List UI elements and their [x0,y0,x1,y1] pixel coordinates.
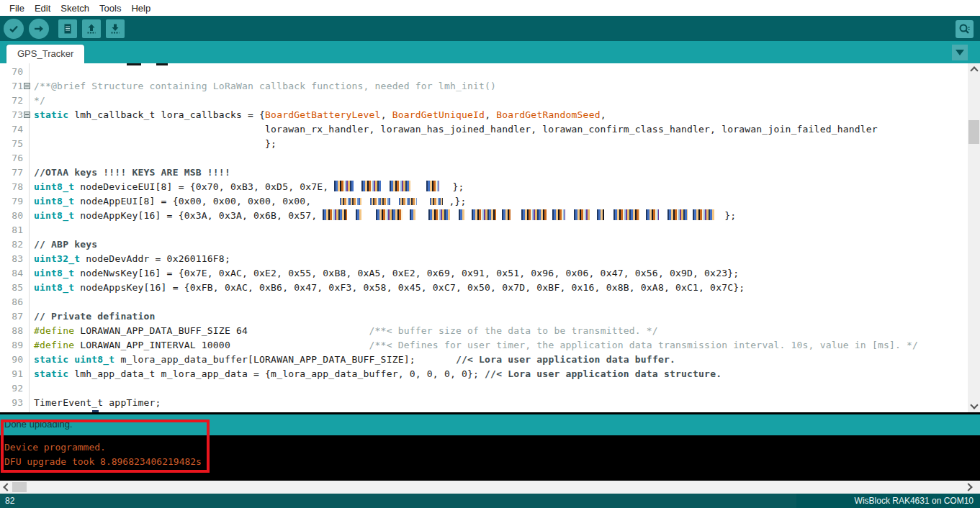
board-port-indicator: WisBlock RAK4631 on COM10 [855,494,974,508]
line-number: 92 [0,381,29,396]
tab-menu-button[interactable] [952,45,968,60]
code-line[interactable]: 70 [0,65,968,79]
code-token: }; [446,181,464,192]
code-line[interactable]: 83uint32_t nodeDevAddr = 0x260116F8; [0,252,968,266]
code-token: , [601,109,606,120]
code-editor[interactable]: 7071/**@brief Structure containing LoRaW… [0,63,968,412]
console-status-bar: Done uploading. [0,414,980,435]
code-text: #define LORAWAN_APP_DATA_BUFF_SIZE 64 /*… [29,324,658,338]
line-number: 91 [0,367,29,381]
clipped-line-fragment [156,63,168,65]
code-text: uint8_t nodeAppsKey[16] = {0xFB, 0xAC, 0… [29,281,745,295]
code-line[interactable]: 93TimerEvent_t appTimer; [0,396,968,410]
code-line[interactable]: 91static lmh_app_data_t m_lora_app_data … [0,367,968,381]
code-line[interactable]: 71/**@brief Structure containing LoRaWan… [0,79,968,94]
redacted-hex-block [459,209,464,220]
redacted-hex-block [390,181,410,191]
line-number: 90 [0,353,29,367]
code-text [29,65,34,79]
code-text: TimerEvent_t appTimer; [29,396,161,410]
code-token: TimerEvent_t appTimer; [34,397,161,408]
code-token: }; [34,138,277,149]
code-line[interactable]: 86 [0,295,968,309]
vertical-scrollbar-thumb[interactable] [968,120,979,144]
chevron-left-icon [3,483,11,491]
code-token: //OTAA keys !!!! KEYS ARE MSB !!!! [34,167,230,178]
code-line[interactable]: 85uint8_t nodeAppsKey[16] = {0xFB, 0xAC,… [0,281,968,295]
code-token: nodeDevAddr = 0x260116F8; [80,253,230,264]
redacted-hex-block [334,181,354,191]
code-line[interactable]: 72*/ [0,94,968,108]
code-line[interactable]: 81 [0,223,968,237]
code-text [29,151,34,165]
code-token: /**< buffer size of the data to be trans… [369,325,658,336]
menu-file[interactable]: File [4,3,30,14]
console-message: DFU upgrade took 8.896823406219482s [4,455,980,469]
scroll-up-button[interactable] [968,63,980,76]
code-line[interactable]: 89#define LORAWAN_APP_INTERVAL 10000 /**… [0,338,968,353]
code-token: uint8_t [74,354,114,365]
save-button[interactable] [106,19,125,38]
horizontal-scrollbar-thumb[interactable] [12,482,27,492]
code-line[interactable]: 77//OTAA keys !!!! KEYS ARE MSB !!!! [0,165,968,180]
menu-sketch[interactable]: Sketch [55,3,94,14]
code-line[interactable]: 80uint8_t nodeAppKey[16] = {0x3A, 0x3A, … [0,209,968,223]
code-text: static lmh_app_data_t m_lora_app_data = … [29,367,721,381]
magnifier-icon [958,23,971,35]
scroll-down-button[interactable] [968,400,980,412]
code-text: static lmh_callback_t lora_callbacks = {… [29,108,606,122]
open-button[interactable] [82,19,101,38]
redacted-hex-block [574,209,590,220]
fold-marker-icon[interactable] [24,112,30,118]
tab-gps-tracker[interactable]: GPS_Tracker [6,45,84,63]
scroll-right-button[interactable] [963,481,976,494]
code-line[interactable]: 78uint8_t nodeDeviceEUI[8] = {0x70, 0xB3… [0,180,968,194]
code-line[interactable]: 87// Private defination [0,309,968,324]
serial-monitor-button[interactable] [956,20,974,38]
code-line[interactable]: 75 }; [0,137,968,151]
code-line[interactable]: 84uint8_t nodeNwsKey[16] = {0x7E, 0xAC, … [0,266,968,281]
menu-tools[interactable]: Tools [94,3,126,14]
code-token: uint8_t [34,268,74,278]
console-output[interactable]: Device programmed. DFU upgrade took 8.89… [0,435,980,481]
scroll-left-button[interactable] [0,481,12,494]
verify-button[interactable] [4,19,24,39]
code-line[interactable]: 79uint8_t nodeAppEUI[8] = {0x00, 0x00, 0… [0,194,968,209]
redacted-hex-block [410,209,415,220]
code-text: //OTAA keys !!!! KEYS ARE MSB !!!! [29,165,230,180]
code-line[interactable]: 88#define LORAWAN_APP_DATA_BUFF_SIZE 64 … [0,324,968,338]
redacted-hex-block [340,198,361,205]
upload-button[interactable] [29,19,49,39]
code-token: lmh_app_data_t m_lora_app_data = {m_lora… [68,368,485,379]
line-number: 80 [0,209,29,223]
code-line[interactable]: 76 [0,151,968,165]
line-number: 76 [0,151,29,165]
code-line[interactable]: 74 lorawan_rx_handler, lorawan_has_joine… [0,122,968,137]
code-token: #define [34,325,74,336]
code-line[interactable]: 90static uint8_t m_lora_app_data_buffer[… [0,353,968,367]
code-line[interactable]: 73static lmh_callback_t lora_callbacks =… [0,108,968,122]
code-line[interactable]: 92 [0,381,968,396]
redacted-hex-block [323,209,347,220]
line-number: 81 [0,223,29,237]
check-icon [8,23,19,35]
horizontal-scrollbar[interactable] [0,481,980,494]
code-token: nodeAppsKey[16] = {0xFB, 0xAC, 0xB6, 0x4… [74,282,745,293]
code-text [29,381,34,396]
code-token: uint8_t [34,282,74,293]
vertical-scrollbar[interactable] [968,63,980,412]
code-token: // ABP keys [34,239,97,250]
document-icon [62,23,73,35]
fold-marker-icon[interactable] [24,83,30,89]
code-token: static [34,109,68,120]
line-number: 93 [0,396,29,410]
line-number: 88 [0,324,29,338]
code-line[interactable]: 82// ABP keys [0,237,968,252]
code-token: lorawan_rx_handler, lorawan_has_joined_h… [34,124,878,135]
code-token: BoardGetUniqueId [392,109,485,120]
line-number: 70 [0,65,29,79]
menu-edit[interactable]: Edit [30,3,55,14]
new-sketch-button[interactable] [58,19,77,38]
redacted-hex-block [667,209,688,220]
menu-help[interactable]: Help [126,3,156,14]
